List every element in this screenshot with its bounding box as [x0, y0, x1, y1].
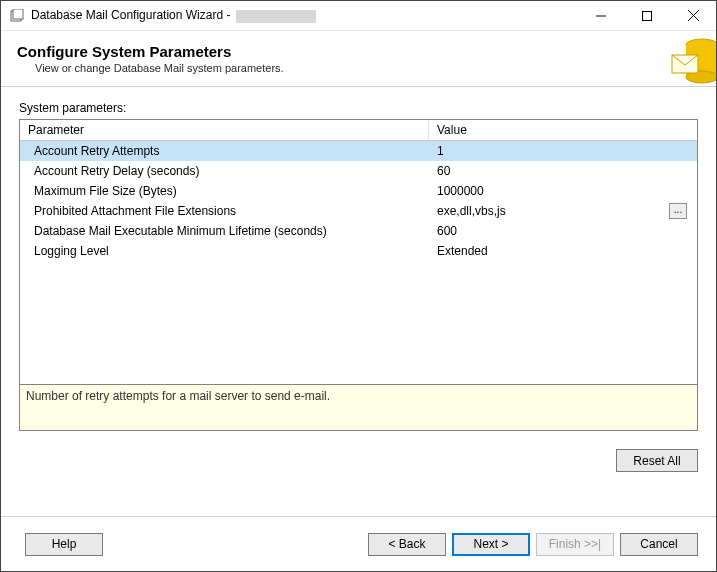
param-value-cell[interactable]: 600 [429, 224, 697, 238]
ellipsis-button[interactable]: ... [669, 203, 687, 219]
column-header-value[interactable]: Value [429, 120, 697, 140]
minimize-button[interactable] [578, 1, 624, 30]
grid-header: Parameter Value [20, 120, 697, 141]
param-name-cell: Maximum File Size (Bytes) [20, 184, 429, 198]
param-name-cell: Account Retry Attempts [20, 144, 429, 158]
svg-rect-3 [643, 11, 652, 20]
window-controls [578, 1, 716, 30]
svg-rect-1 [13, 9, 23, 19]
param-value-cell[interactable]: 1000000 [429, 184, 697, 198]
parameter-description: Number of retry attempts for a mail serv… [19, 385, 698, 431]
param-value-text: Extended [437, 244, 488, 258]
header-banner: Configure System Parameters View or chan… [1, 31, 716, 87]
footer-bar: Help < Back Next > Finish >>| Cancel [1, 517, 716, 571]
column-header-parameter[interactable]: Parameter [20, 120, 429, 140]
param-value-text: 1000000 [437, 184, 484, 198]
param-value-cell[interactable]: 1 [429, 144, 697, 158]
close-button[interactable] [670, 1, 716, 30]
table-row[interactable]: Account Retry Attempts1 [20, 141, 697, 161]
table-row[interactable]: Prohibited Attachment File Extensionsexe… [20, 201, 697, 221]
table-row[interactable]: Database Mail Executable Minimum Lifetim… [20, 221, 697, 241]
parameters-grid[interactable]: Parameter Value Account Retry Attempts1A… [19, 119, 698, 385]
param-value-text: 60 [437, 164, 450, 178]
param-value-text: 600 [437, 224, 457, 238]
grid-body: Account Retry Attempts1Account Retry Del… [20, 141, 697, 261]
reset-all-button[interactable]: Reset All [616, 449, 698, 472]
table-row[interactable]: Account Retry Delay (seconds)60 [20, 161, 697, 181]
back-button[interactable]: < Back [368, 533, 446, 556]
banner-graphic-icon [652, 31, 716, 86]
param-name-cell: Account Retry Delay (seconds) [20, 164, 429, 178]
param-value-text: exe,dll,vbs,js [437, 204, 506, 218]
param-name-cell: Database Mail Executable Minimum Lifetim… [20, 224, 429, 238]
help-button[interactable]: Help [25, 533, 103, 556]
param-value-cell[interactable]: Extended [429, 244, 697, 258]
table-row[interactable]: Maximum File Size (Bytes)1000000 [20, 181, 697, 201]
param-value-text: 1 [437, 144, 444, 158]
wizard-window: Database Mail Configuration Wizard - Con… [0, 0, 717, 572]
page-title: Configure System Parameters [17, 43, 284, 60]
app-icon [9, 8, 25, 24]
param-name-cell: Prohibited Attachment File Extensions [20, 204, 429, 218]
table-row[interactable]: Logging LevelExtended [20, 241, 697, 261]
param-value-cell[interactable]: exe,dll,vbs,js... [429, 203, 697, 219]
server-name-redacted [236, 10, 316, 23]
param-value-cell[interactable]: 60 [429, 164, 697, 178]
page-subtitle: View or change Database Mail system para… [35, 62, 284, 74]
cancel-button[interactable]: Cancel [620, 533, 698, 556]
next-button[interactable]: Next > [452, 533, 530, 556]
system-parameters-label: System parameters: [19, 101, 698, 115]
finish-button: Finish >>| [536, 533, 614, 556]
content-area: System parameters: Parameter Value Accou… [1, 87, 716, 516]
window-title: Database Mail Configuration Wizard - [31, 8, 578, 22]
titlebar[interactable]: Database Mail Configuration Wizard - [1, 1, 716, 31]
param-name-cell: Logging Level [20, 244, 429, 258]
maximize-button[interactable] [624, 1, 670, 30]
